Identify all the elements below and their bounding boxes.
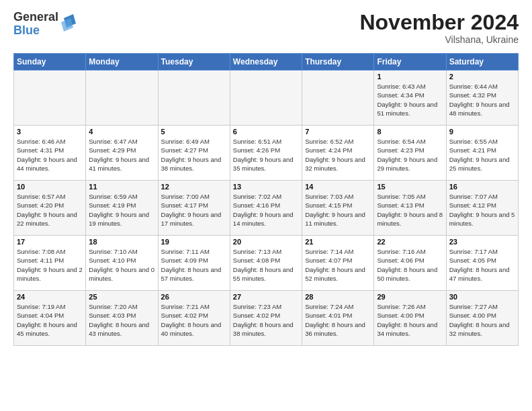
- day-number: 22: [377, 238, 443, 246]
- calendar-week-row: 1Sunrise: 6:43 AM Sunset: 4:34 PM Daylig…: [14, 71, 519, 126]
- day-number: 1: [377, 73, 443, 81]
- calendar-week-row: 24Sunrise: 7:19 AM Sunset: 4:04 PM Dayli…: [14, 291, 519, 346]
- table-row: 14Sunrise: 7:03 AM Sunset: 4:15 PM Dayli…: [302, 181, 374, 236]
- day-info: Sunrise: 6:55 AM Sunset: 4:21 PM Dayligh…: [449, 137, 515, 173]
- table-row: 21Sunrise: 7:14 AM Sunset: 4:07 PM Dayli…: [302, 236, 374, 291]
- calendar-week-row: 10Sunrise: 6:57 AM Sunset: 4:20 PM Dayli…: [14, 181, 519, 236]
- day-number: 29: [377, 293, 443, 301]
- table-row: [86, 71, 158, 126]
- month-title: November 2024: [359, 11, 519, 34]
- day-info: Sunrise: 6:47 AM Sunset: 4:29 PM Dayligh…: [89, 137, 154, 173]
- logo-general-text: General: [13, 11, 58, 24]
- logo-text: General Blue: [13, 11, 58, 38]
- day-info: Sunrise: 7:16 AM Sunset: 4:06 PM Dayligh…: [377, 247, 443, 283]
- day-info: Sunrise: 6:52 AM Sunset: 4:24 PM Dayligh…: [305, 137, 371, 173]
- day-number: 28: [305, 293, 371, 301]
- day-number: 3: [17, 128, 83, 136]
- day-info: Sunrise: 7:19 AM Sunset: 4:04 PM Dayligh…: [17, 302, 83, 338]
- day-info: Sunrise: 6:49 AM Sunset: 4:27 PM Dayligh…: [161, 137, 227, 173]
- col-thursday: Thursday: [302, 54, 374, 71]
- day-info: Sunrise: 7:10 AM Sunset: 4:10 PM Dayligh…: [89, 247, 154, 283]
- logo-icon: [61, 14, 76, 36]
- col-friday: Friday: [374, 54, 446, 71]
- table-row: [302, 71, 374, 126]
- table-row: [14, 71, 86, 126]
- table-row: 17Sunrise: 7:08 AM Sunset: 4:11 PM Dayli…: [14, 236, 86, 291]
- table-row: [158, 71, 230, 126]
- day-number: 27: [233, 293, 299, 301]
- table-row: 16Sunrise: 7:07 AM Sunset: 4:12 PM Dayli…: [446, 181, 518, 236]
- day-number: 5: [161, 128, 227, 136]
- day-info: Sunrise: 7:21 AM Sunset: 4:02 PM Dayligh…: [161, 302, 227, 338]
- table-row: 18Sunrise: 7:10 AM Sunset: 4:10 PM Dayli…: [86, 236, 158, 291]
- day-info: Sunrise: 7:05 AM Sunset: 4:13 PM Dayligh…: [377, 192, 443, 228]
- table-row: 10Sunrise: 6:57 AM Sunset: 4:20 PM Dayli…: [14, 181, 86, 236]
- title-block: November 2024 Vilshana, Ukraine: [359, 11, 519, 45]
- table-row: 30Sunrise: 7:27 AM Sunset: 4:00 PM Dayli…: [446, 291, 518, 346]
- day-number: 15: [377, 183, 443, 191]
- table-row: 28Sunrise: 7:24 AM Sunset: 4:01 PM Dayli…: [302, 291, 374, 346]
- table-row: 4Sunrise: 6:47 AM Sunset: 4:29 PM Daylig…: [86, 126, 158, 181]
- day-number: 8: [377, 128, 443, 136]
- day-info: Sunrise: 7:23 AM Sunset: 4:02 PM Dayligh…: [233, 302, 299, 338]
- table-row: [230, 71, 302, 126]
- calendar-week-row: 3Sunrise: 6:46 AM Sunset: 4:31 PM Daylig…: [14, 126, 519, 181]
- day-number: 21: [305, 238, 371, 246]
- table-row: 27Sunrise: 7:23 AM Sunset: 4:02 PM Dayli…: [230, 291, 302, 346]
- col-monday: Monday: [86, 54, 158, 71]
- col-sunday: Sunday: [14, 54, 86, 71]
- table-row: 8Sunrise: 6:54 AM Sunset: 4:23 PM Daylig…: [374, 126, 446, 181]
- table-row: 19Sunrise: 7:11 AM Sunset: 4:09 PM Dayli…: [158, 236, 230, 291]
- day-number: 19: [161, 238, 227, 246]
- day-number: 12: [161, 183, 227, 191]
- table-row: 9Sunrise: 6:55 AM Sunset: 4:21 PM Daylig…: [446, 126, 518, 181]
- day-number: 17: [17, 238, 83, 246]
- day-info: Sunrise: 7:24 AM Sunset: 4:01 PM Dayligh…: [305, 302, 371, 338]
- day-info: Sunrise: 7:14 AM Sunset: 4:07 PM Dayligh…: [305, 247, 371, 283]
- calendar-header-row: Sunday Monday Tuesday Wednesday Thursday…: [14, 54, 519, 71]
- day-info: Sunrise: 6:57 AM Sunset: 4:20 PM Dayligh…: [17, 192, 83, 228]
- location: Vilshana, Ukraine: [359, 34, 519, 45]
- logo: General Blue: [13, 11, 76, 38]
- table-row: 2Sunrise: 6:44 AM Sunset: 4:32 PM Daylig…: [446, 71, 518, 126]
- day-number: 30: [449, 293, 515, 301]
- header: General Blue November 2024 Vilshana, Ukr…: [13, 11, 519, 45]
- calendar-table: Sunday Monday Tuesday Wednesday Thursday…: [13, 53, 519, 346]
- day-number: 24: [17, 293, 83, 301]
- table-row: 5Sunrise: 6:49 AM Sunset: 4:27 PM Daylig…: [158, 126, 230, 181]
- day-number: 20: [233, 238, 299, 246]
- day-number: 18: [89, 238, 154, 246]
- table-row: 23Sunrise: 7:17 AM Sunset: 4:05 PM Dayli…: [446, 236, 518, 291]
- table-row: 12Sunrise: 7:00 AM Sunset: 4:17 PM Dayli…: [158, 181, 230, 236]
- col-saturday: Saturday: [446, 54, 518, 71]
- table-row: 20Sunrise: 7:13 AM Sunset: 4:08 PM Dayli…: [230, 236, 302, 291]
- table-row: 25Sunrise: 7:20 AM Sunset: 4:03 PM Dayli…: [86, 291, 158, 346]
- table-row: 26Sunrise: 7:21 AM Sunset: 4:02 PM Dayli…: [158, 291, 230, 346]
- day-info: Sunrise: 7:27 AM Sunset: 4:00 PM Dayligh…: [449, 302, 515, 338]
- day-info: Sunrise: 7:08 AM Sunset: 4:11 PM Dayligh…: [17, 247, 83, 283]
- table-row: 7Sunrise: 6:52 AM Sunset: 4:24 PM Daylig…: [302, 126, 374, 181]
- day-number: 25: [89, 293, 154, 301]
- day-info: Sunrise: 6:46 AM Sunset: 4:31 PM Dayligh…: [17, 137, 83, 173]
- day-number: 16: [449, 183, 515, 191]
- table-row: 3Sunrise: 6:46 AM Sunset: 4:31 PM Daylig…: [14, 126, 86, 181]
- col-tuesday: Tuesday: [158, 54, 230, 71]
- day-info: Sunrise: 7:26 AM Sunset: 4:00 PM Dayligh…: [377, 302, 443, 338]
- day-number: 11: [89, 183, 154, 191]
- table-row: 24Sunrise: 7:19 AM Sunset: 4:04 PM Dayli…: [14, 291, 86, 346]
- day-info: Sunrise: 7:07 AM Sunset: 4:12 PM Dayligh…: [449, 192, 515, 228]
- day-number: 9: [449, 128, 515, 136]
- col-wednesday: Wednesday: [230, 54, 302, 71]
- day-info: Sunrise: 7:00 AM Sunset: 4:17 PM Dayligh…: [161, 192, 227, 228]
- day-info: Sunrise: 6:59 AM Sunset: 4:19 PM Dayligh…: [89, 192, 154, 228]
- day-number: 10: [17, 183, 83, 191]
- day-number: 14: [305, 183, 371, 191]
- day-number: 26: [161, 293, 227, 301]
- page-container: General Blue November 2024 Vilshana, Ukr…: [0, 0, 532, 353]
- calendar-week-row: 17Sunrise: 7:08 AM Sunset: 4:11 PM Dayli…: [14, 236, 519, 291]
- day-number: 4: [89, 128, 154, 136]
- table-row: 1Sunrise: 6:43 AM Sunset: 4:34 PM Daylig…: [374, 71, 446, 126]
- day-number: 2: [449, 73, 515, 81]
- day-info: Sunrise: 7:02 AM Sunset: 4:16 PM Dayligh…: [233, 192, 299, 228]
- day-number: 23: [449, 238, 515, 246]
